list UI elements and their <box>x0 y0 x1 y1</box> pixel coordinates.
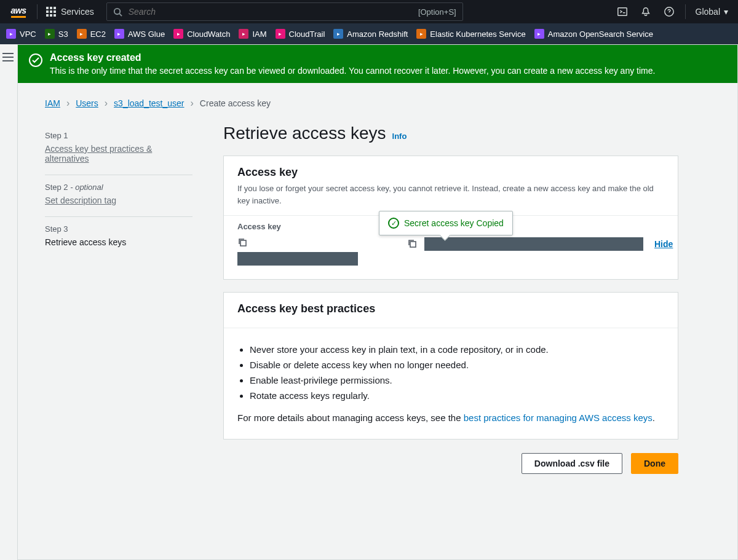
breadcrumb-current: Create access key <box>200 98 271 108</box>
panel-title: Access key <box>237 166 664 179</box>
svg-line-1 <box>119 14 122 16</box>
service-icon: ▸ <box>173 29 183 39</box>
region-label: Global <box>696 7 720 17</box>
best-practices-panel: Access key best practices Never store yo… <box>223 292 678 440</box>
shortcut-label: Amazon Redshift <box>347 30 408 39</box>
svg-rect-4 <box>240 240 246 246</box>
panel-title: Access key best practices <box>237 302 664 315</box>
service-icon: ▸ <box>333 29 343 39</box>
shortcut-label: Elastic Kubernetes Service <box>430 30 525 39</box>
shortcut-elastic-kubernetes-service[interactable]: ▸Elastic Kubernetes Service <box>416 29 525 39</box>
step-1[interactable]: Step 1 Access key best practices & alter… <box>45 124 192 175</box>
shortcut-amazon-redshift[interactable]: ▸Amazon Redshift <box>333 29 408 39</box>
access-key-label: Access key <box>237 222 373 231</box>
breadcrumb-user[interactable]: s3_load_test_user <box>114 98 184 108</box>
shortcut-aws-glue[interactable]: ▸AWS Glue <box>114 29 165 39</box>
shortcut-amazon-opensearch-service[interactable]: ▸Amazon OpenSearch Service <box>534 29 653 39</box>
step-label: Step 1 <box>45 131 192 140</box>
shortcut-label: VPC <box>20 30 36 39</box>
best-practices-list: Never store your access key in plain tex… <box>250 344 664 401</box>
page-body: Access key created This is the only time… <box>17 44 738 560</box>
bell-icon[interactable] <box>640 6 652 18</box>
shortcut-label: Amazon OpenSearch Service <box>548 30 653 39</box>
tooltip-text: Secret access key Copied <box>404 218 504 228</box>
search-icon <box>113 7 122 17</box>
main-column: Retrieve access keys Info Access key If … <box>223 124 678 474</box>
copy-icon[interactable] <box>407 239 418 250</box>
list-item: Never store your access key in plain tex… <box>250 344 664 355</box>
step-title: Retrieve access keys <box>45 237 192 247</box>
step-3: Step 3 Retrieve access keys <box>45 217 192 258</box>
chevron-right-icon: › <box>191 98 194 109</box>
shortcut-label: CloudWatch <box>187 30 230 39</box>
hide-link[interactable]: Hide <box>654 239 673 249</box>
list-item: Enable least-privilege permissions. <box>250 375 664 385</box>
search-input[interactable] <box>129 7 412 17</box>
access-key-panel: Access key If you lose or forget your se… <box>223 156 678 280</box>
copy-icon[interactable] <box>237 237 248 248</box>
shortcut-label: EC2 <box>90 30 106 39</box>
wizard-stepper: Step 1 Access key best practices & alter… <box>45 124 192 474</box>
step-title: Access key best practices & alternatives <box>45 144 192 164</box>
shortcut-label: S3 <box>58 30 68 39</box>
cloudshell-icon[interactable] <box>616 6 629 18</box>
shortcut-label: IAM <box>252 30 266 39</box>
info-link[interactable]: Info <box>392 132 407 141</box>
access-key-value-redacted <box>237 252 358 266</box>
shortcut-iam[interactable]: ▸IAM <box>239 29 266 39</box>
services-menu[interactable]: Services <box>38 7 103 17</box>
search-shortcut: [Option+S] <box>418 7 456 17</box>
step-label: Step 3 <box>45 224 192 234</box>
check-circle-icon: ✓ <box>388 218 399 229</box>
banner-body: This is the only time that the secret ac… <box>50 66 655 76</box>
list-item: Disable or delete access key when no lon… <box>250 360 664 370</box>
step-title: Set description tag <box>45 195 192 205</box>
shortcut-label: CloudTrail <box>289 30 325 39</box>
service-icon: ▸ <box>6 29 16 39</box>
services-label: Services <box>61 7 94 17</box>
breadcrumb-iam[interactable]: IAM <box>45 98 60 108</box>
shortcut-vpc[interactable]: ▸VPC <box>6 29 36 39</box>
done-button[interactable]: Done <box>631 453 678 474</box>
page-title: Retrieve access keys Info <box>223 124 678 143</box>
side-drawer-toggle[interactable] <box>1 50 15 64</box>
service-icon: ▸ <box>45 29 55 39</box>
svg-point-0 <box>114 8 120 14</box>
help-icon[interactable] <box>663 6 675 18</box>
shortcut-label: AWS Glue <box>128 30 165 39</box>
svg-rect-5 <box>410 242 416 247</box>
list-item: Rotate access keys regularly. <box>250 390 664 401</box>
secret-key-value-redacted <box>424 237 643 251</box>
chevron-down-icon: ▾ <box>724 7 728 17</box>
service-shortcuts: ▸VPC▸S3▸EC2▸AWS Glue▸CloudWatch▸IAM▸Clou… <box>0 23 738 44</box>
success-banner: Access key created This is the only time… <box>18 45 737 83</box>
shortcut-cloudwatch[interactable]: ▸CloudWatch <box>173 29 230 39</box>
service-icon: ▸ <box>77 29 87 39</box>
grid-icon <box>46 7 56 17</box>
region-selector[interactable]: Global ▾ <box>686 7 738 17</box>
step-2[interactable]: Step 2 - optional Set description tag <box>45 175 192 217</box>
shortcut-s3[interactable]: ▸S3 <box>45 29 68 39</box>
shortcut-cloudtrail[interactable]: ▸CloudTrail <box>276 29 325 39</box>
service-icon: ▸ <box>276 29 285 39</box>
copied-tooltip: ✓ Secret access key Copied <box>379 211 513 235</box>
search-box[interactable]: [Option+S] <box>106 2 463 21</box>
best-practices-link[interactable]: best practices for managing AWS access k… <box>464 412 653 423</box>
breadcrumb: IAM › Users › s3_load_test_user › Create… <box>45 98 713 109</box>
aws-logo[interactable]: aws <box>0 6 37 18</box>
banner-title: Access key created <box>50 52 655 63</box>
action-row: Download .csv file Done <box>223 453 678 474</box>
service-icon: ▸ <box>534 29 544 39</box>
shortcut-ec2[interactable]: ▸EC2 <box>77 29 106 39</box>
service-icon: ▸ <box>416 29 426 39</box>
service-icon: ▸ <box>239 29 248 39</box>
chevron-right-icon: › <box>105 98 108 109</box>
breadcrumb-users[interactable]: Users <box>76 98 98 108</box>
chevron-right-icon: › <box>66 98 69 109</box>
best-practices-more: For more details about managing access k… <box>237 411 664 425</box>
service-icon: ▸ <box>114 29 124 39</box>
step-label: Step 2 - optional <box>45 183 192 192</box>
check-circle-icon <box>29 53 42 67</box>
download-csv-button[interactable]: Download .csv file <box>522 453 622 474</box>
topbar-icons <box>606 6 685 18</box>
